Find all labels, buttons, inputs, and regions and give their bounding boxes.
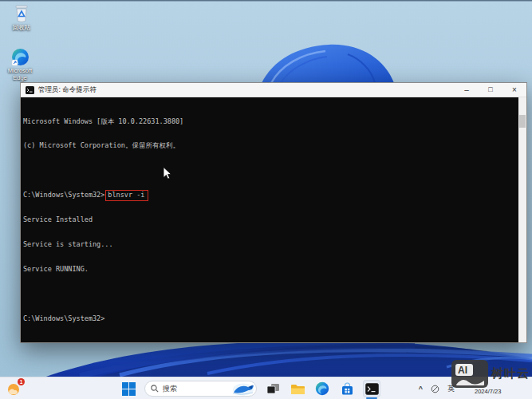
cmd-window-icon <box>26 86 34 94</box>
widgets-notification-badge: 1 <box>18 378 25 385</box>
search-highlight-whale-icon <box>231 382 254 396</box>
do-not-disturb-icon[interactable] <box>431 385 439 393</box>
console-output-line: Service RUNNING. <box>23 265 526 273</box>
file-explorer-button[interactable] <box>289 380 306 397</box>
console-output-line: Service is starting... <box>23 240 526 248</box>
tray-date-display[interactable]: 2024/7/23 <box>475 388 501 395</box>
console-version-line: Microsoft Windows [版本 10.0.22631.3880] <box>23 117 526 125</box>
tray-chevron-up-icon[interactable]: ^ <box>419 385 423 393</box>
desktop-icon-label: 回收站 <box>13 25 31 32</box>
terminal-window: 管理员: 命令提示符 – □ × Microsoft Windows [版本 1… <box>20 82 527 343</box>
minimize-button[interactable]: – <box>455 83 479 97</box>
console-output-line: Service Installed <box>23 215 526 223</box>
desktop-icon-label: Microsoft Edge <box>4 68 36 81</box>
desktop: 回收站 Microsoft Edge 管理员: 命令提示符 – <box>0 0 532 399</box>
start-button[interactable] <box>120 380 137 397</box>
desktop-icon-edge[interactable]: Microsoft Edge <box>4 48 36 81</box>
console-blank-line <box>23 166 526 174</box>
terminal-button[interactable] <box>363 380 380 397</box>
console-scrollbar[interactable] <box>518 97 526 342</box>
desktop-icon-recycle-bin[interactable]: 回收站 <box>6 4 37 32</box>
console-copyright-line: (c) Microsoft Corporation。保留所有权利。 <box>23 141 526 149</box>
store-button[interactable] <box>338 380 356 397</box>
task-view-button[interactable] <box>264 380 282 397</box>
watermark-logo-text: AI <box>458 365 467 376</box>
edge-taskbar-icon <box>315 381 329 396</box>
search-icon <box>151 385 159 393</box>
console-output[interactable]: Microsoft Windows [版本 10.0.22631.3880] (… <box>21 97 526 342</box>
edge-icon <box>11 48 30 66</box>
terminal-titlebar[interactable]: 管理员: 命令提示符 – □ × <box>21 83 526 97</box>
highlighted-command: blnsvr -i <box>105 190 148 200</box>
search-box[interactable]: 搜索 <box>144 381 257 397</box>
edge-button[interactable] <box>313 380 331 397</box>
console-command-line: C:\Windows\System32>blnsvr -i <box>23 191 526 199</box>
close-button[interactable]: × <box>502 83 526 97</box>
maximize-button[interactable]: □ <box>479 83 502 97</box>
watermark-brand-text: 树叶云 <box>491 366 530 381</box>
scrollbar-thumb[interactable] <box>519 115 526 128</box>
file-explorer-icon <box>290 383 305 395</box>
recycle-bin-icon <box>13 4 30 23</box>
widgets-button[interactable]: 1 <box>6 381 23 397</box>
console-blank-line <box>23 290 526 298</box>
microsoft-store-icon <box>341 382 354 396</box>
command-prompt-icon <box>365 383 379 395</box>
windows-logo-icon <box>122 382 136 396</box>
window-title: 管理员: 命令提示符 <box>38 85 97 95</box>
console-idle-prompt: C:\Windows\System32> <box>23 314 526 322</box>
watermark: AI 树叶云 <box>451 359 530 389</box>
console-prompt: C:\Windows\System32> <box>23 191 104 199</box>
task-view-icon <box>266 382 280 395</box>
watermark-logo-icon: AI <box>451 359 489 389</box>
search-placeholder: 搜索 <box>163 384 227 394</box>
